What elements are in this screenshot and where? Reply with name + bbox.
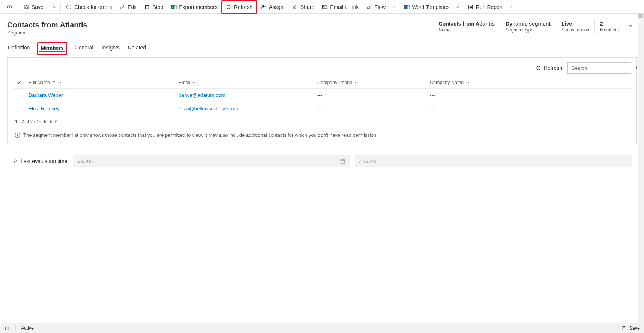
last-evaluation-row: Last evaluation time 6/3/2020 7:55 AM: [7, 151, 637, 171]
grid-search[interactable]: [567, 62, 631, 74]
content-scrollbar[interactable]: [638, 14, 644, 323]
flow-label: Flow: [375, 4, 386, 10]
assign-label: Assign: [269, 4, 285, 10]
save-button[interactable]: Save: [20, 0, 47, 14]
word-icon: [404, 4, 410, 10]
header-stat-name: Contacts from Atlantis Name: [434, 21, 500, 33]
info-icon: [14, 132, 20, 138]
export-members-label: Export members: [179, 4, 218, 10]
save-icon: [621, 325, 627, 331]
svg-rect-26: [341, 159, 345, 163]
contact-name-link[interactable]: Barbara Weber: [29, 92, 63, 98]
svg-text:x: x: [172, 6, 174, 9]
chevron-down-icon: [192, 81, 196, 84]
tab-definition[interactable]: Definition: [7, 42, 30, 55]
popout-icon[interactable]: [4, 325, 10, 331]
svg-point-6: [69, 8, 69, 9]
contact-email-link[interactable]: eliza@bellowscollege.com: [179, 106, 238, 111]
refresh-icon: [226, 4, 232, 10]
footer-save-button[interactable]: Save: [621, 325, 640, 331]
check-errors-button[interactable]: Check for errors: [62, 0, 116, 14]
share-button[interactable]: Share: [288, 0, 318, 14]
tab-members[interactable]: Members: [37, 42, 67, 55]
svg-rect-24: [17, 135, 17, 136]
stop-label: Stop: [152, 4, 163, 10]
svg-point-23: [17, 134, 18, 134]
members-panel: Refresh Full Name: [7, 57, 637, 144]
contact-name-link[interactable]: Eliza Ramsey: [29, 106, 60, 111]
email-icon: [322, 4, 328, 10]
grid-refresh-button[interactable]: Refresh: [536, 65, 562, 71]
edit-label: Edit: [128, 4, 137, 10]
back-icon: [6, 4, 12, 10]
check-errors-label: Check for errors: [74, 4, 112, 10]
contact-company: ---: [426, 102, 631, 116]
share-icon: [292, 4, 298, 10]
svg-rect-14: [404, 5, 407, 9]
grid-refresh-label: Refresh: [544, 65, 562, 71]
header-stat-segment-type: Dynamic segment Segment type: [500, 21, 556, 33]
tab-related[interactable]: Related: [127, 42, 147, 55]
go-back-button[interactable]: [3, 0, 16, 14]
stop-button[interactable]: Stop: [140, 0, 167, 14]
run-report-label: Run Report: [476, 4, 503, 10]
assign-button[interactable]: Assign: [257, 0, 288, 14]
contact-email-link[interactable]: barwe@adatum.com: [179, 92, 225, 98]
svg-point-13: [367, 8, 368, 9]
save-dropdown[interactable]: [51, 0, 59, 14]
edit-button[interactable]: Edit: [116, 0, 140, 14]
stop-icon: [144, 4, 150, 10]
evaluation-date-value: 6/3/2020: [77, 159, 96, 164]
evaluation-time-value: 7:55 AM: [359, 159, 377, 164]
status-bar: Active Save: [0, 323, 644, 333]
flow-button[interactable]: Flow: [363, 0, 400, 14]
svg-rect-18: [470, 7, 471, 9]
word-templates-button[interactable]: Word Templates: [400, 0, 464, 14]
column-email[interactable]: Email: [175, 77, 314, 88]
contact-phone: ---: [314, 102, 426, 116]
svg-rect-10: [174, 5, 176, 9]
svg-rect-19: [471, 6, 472, 9]
header-expand-button[interactable]: [624, 21, 637, 30]
refresh-button[interactable]: Refresh: [221, 0, 257, 14]
svg-rect-7: [146, 5, 149, 9]
svg-rect-12: [323, 5, 327, 9]
tab-insights[interactable]: Insights: [101, 42, 120, 55]
chevron-down-icon: [58, 81, 62, 84]
record-header: Contacts from Atlantis Segment Contacts …: [0, 14, 644, 38]
column-company-name[interactable]: Company Name: [426, 77, 631, 88]
column-fullname[interactable]: Full Name: [25, 77, 175, 88]
entity-type-label: Segment: [7, 30, 434, 36]
email-link-label: Email a Link: [330, 4, 359, 10]
svg-rect-32: [623, 326, 625, 327]
export-members-button[interactable]: x Export members: [167, 0, 221, 14]
chevron-down-icon: [52, 4, 58, 10]
refresh-icon: [536, 65, 542, 71]
members-grid: Full Name Email Company Phone: [13, 76, 631, 116]
tab-general[interactable]: General: [74, 42, 94, 55]
contact-company: ---: [426, 88, 631, 102]
last-evaluation-label: Last evaluation time: [12, 158, 68, 164]
word-templates-label: Word Templates: [412, 4, 450, 10]
select-all-column[interactable]: [13, 77, 25, 88]
save-icon: [23, 4, 29, 10]
table-row[interactable]: Eliza Ramsey eliza@bellowscollege.com --…: [13, 102, 631, 116]
excel-icon: x: [171, 4, 177, 10]
permission-info-text: The segment member list only shows those…: [23, 132, 378, 138]
permission-info: The segment member list only shows those…: [13, 127, 631, 138]
email-link-button[interactable]: Email a Link: [318, 0, 362, 14]
column-company-phone[interactable]: Company Phone: [314, 77, 426, 88]
assign-icon: [261, 4, 267, 10]
info-icon: [66, 4, 72, 10]
run-report-button[interactable]: Run Report: [464, 0, 517, 14]
chevron-down-icon: [466, 81, 470, 84]
chevron-down-icon: [507, 4, 513, 10]
svg-rect-2: [25, 5, 27, 6]
svg-rect-3: [25, 7, 28, 9]
evaluation-date-field: 6/3/2020: [73, 155, 350, 167]
header-stat-members: 2 Members: [594, 21, 624, 33]
header-stat-status: Live Status reason: [556, 21, 594, 33]
table-row[interactable]: Barbara Weber barwe@adatum.com --- ---: [13, 88, 631, 102]
chevron-down-icon: [390, 4, 396, 10]
search-input[interactable]: [571, 65, 635, 71]
